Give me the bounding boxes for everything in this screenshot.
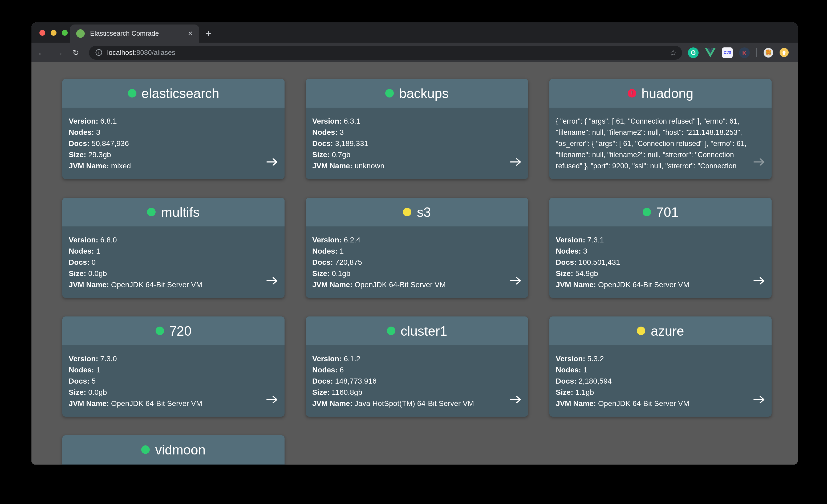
- cluster-card-body: Version: 6.2.4Nodes: 1Docs: 720,875Size:…: [306, 226, 528, 298]
- cluster-stat-jvm: JVM Name: OpenJDK 64-Bit Server VM: [312, 279, 522, 290]
- cluster-card-header: 720: [62, 316, 285, 345]
- cluster-card-s3[interactable]: s3 Version: 6.2.4Nodes: 1Docs: 720,875Si…: [306, 198, 528, 298]
- open-cluster-arrow-icon[interactable]: [753, 395, 765, 404]
- new-tab-button[interactable]: +: [205, 22, 212, 43]
- url-host: localhost: [107, 48, 135, 56]
- stat-label: Nodes:: [312, 128, 338, 136]
- cluster-stat-version: Version: 6.2.4: [312, 235, 522, 246]
- stat-label: JVM Name:: [69, 399, 109, 408]
- url-text: localhost:8080/aliases: [107, 48, 175, 56]
- cluster-card-701[interactable]: 701 Version: 7.3.1Nodes: 3Docs: 100,501,…: [549, 198, 772, 298]
- stat-label: Docs:: [312, 139, 333, 148]
- open-cluster-arrow-icon[interactable]: [509, 158, 522, 166]
- cluster-card-huadong[interactable]: ! huadong { "error": { "args": [ 61, "Co…: [549, 79, 772, 179]
- cluster-card-cluster1[interactable]: cluster1 Version: 6.1.2Nodes: 6Docs: 148…: [306, 316, 528, 417]
- cluster-card-multifs[interactable]: multifs Version: 6.8.0Nodes: 1Docs: 0Siz…: [62, 198, 285, 298]
- cluster-status-icon: [637, 326, 645, 335]
- bookmark-star-icon[interactable]: ☆: [670, 48, 677, 57]
- stat-label: Nodes:: [312, 365, 338, 374]
- stat-label: Version:: [69, 354, 98, 363]
- open-cluster-arrow-icon[interactable]: [509, 395, 522, 404]
- cluster-card-body: { "error": { "args": [ 61, "Connection r…: [549, 108, 772, 179]
- stat-label: JVM Name:: [312, 399, 352, 408]
- cluster-name: azure: [650, 323, 684, 339]
- address-bar[interactable]: localhost:8080/aliases ☆: [89, 46, 682, 59]
- profile-avatar[interactable]: 🍔: [764, 48, 773, 57]
- stat-label: Nodes:: [69, 365, 94, 374]
- stat-label: Size:: [69, 150, 86, 159]
- stat-label: Docs:: [69, 377, 90, 385]
- grammarly-extension-icon[interactable]: G: [688, 47, 698, 58]
- open-cluster-arrow-icon[interactable]: [509, 276, 522, 285]
- stat-label: Docs:: [69, 139, 90, 148]
- browser-update-button[interactable]: [780, 48, 789, 57]
- tab-favicon-icon: [76, 29, 85, 38]
- vue-devtools-extension-icon[interactable]: [705, 47, 716, 58]
- cluster-card-header: vidmoon: [62, 435, 285, 464]
- stat-label: JVM Name:: [312, 161, 352, 170]
- forward-button[interactable]: →: [55, 43, 63, 62]
- aliases-page: elasticsearch Version: 6.8.1Nodes: 3Docs…: [32, 62, 798, 465]
- cluster-stat-size: Size: 1160.8gb: [312, 387, 522, 398]
- stat-label: JVM Name:: [556, 280, 596, 289]
- cluster-stat-jvm: JVM Name: OpenJDK 64-Bit Server VM: [69, 398, 278, 409]
- cluster-stat-version: Version: 6.8.0: [69, 235, 278, 246]
- tab-elasticsearch-comrade[interactable]: Elasticsearch Comrade ✕: [70, 24, 199, 43]
- cluster-card-body: Version: 7.3.0Nodes: 1Docs: 5Size: 0.0gb…: [62, 345, 285, 417]
- cluster-status-icon: [128, 89, 136, 98]
- cluster-card-vidmoon[interactable]: vidmoon: [62, 435, 285, 465]
- stat-label: JVM Name:: [69, 161, 109, 170]
- cluster-stat-size: Size: 0.1gb: [312, 268, 522, 279]
- stat-label: Version:: [312, 236, 342, 244]
- cluster-card-body: Version: 6.8.1Nodes: 3Docs: 50,847,936Si…: [62, 108, 285, 179]
- back-button[interactable]: ←: [37, 43, 46, 62]
- cluster-card-body: Version: 6.1.2Nodes: 6Docs: 148,773,916S…: [306, 345, 528, 417]
- cluster-status-icon: [147, 208, 156, 216]
- stat-label: Nodes:: [312, 247, 338, 255]
- cluster-card-header: multifs: [62, 198, 285, 226]
- stat-label: Version:: [556, 354, 585, 363]
- cluster-name: huadong: [642, 86, 693, 101]
- screenshot-stage: Elasticsearch Comrade ✕ + ← → ↻ localhos…: [0, 0, 827, 504]
- cluster-stat-version: Version: 6.3.1: [312, 116, 522, 127]
- stat-label: Version:: [312, 354, 342, 363]
- cluster-name: s3: [417, 204, 431, 220]
- minimize-window-button[interactable]: [51, 30, 56, 36]
- cluster-stat-version: Version: 6.8.1: [69, 116, 278, 127]
- open-cluster-arrow-icon[interactable]: [266, 395, 278, 404]
- stat-label: Size:: [312, 150, 330, 159]
- browser-toolbar: ← → ↻ localhost:8080/aliases ☆ G: [32, 43, 798, 62]
- cluster-name: 720: [169, 323, 191, 339]
- cluster-stat-docs: Docs: 0: [69, 257, 278, 268]
- cluster-stat-jvm: JVM Name: mixed: [69, 160, 278, 171]
- stat-label: JVM Name:: [312, 280, 352, 289]
- tab-strip: Elasticsearch Comrade ✕ +: [32, 22, 798, 43]
- open-cluster-arrow-icon[interactable]: [266, 158, 278, 166]
- arrow-up-icon: [781, 50, 787, 55]
- cluster-stat-version: Version: 5.3.2: [556, 353, 765, 364]
- cluster-stat-nodes: Nodes: 1: [69, 246, 278, 257]
- k-extension-icon[interactable]: K: [739, 47, 750, 58]
- cluster-card-backups[interactable]: backups Version: 6.3.1Nodes: 3Docs: 3,18…: [306, 79, 528, 179]
- tab-close-icon[interactable]: ✕: [188, 30, 193, 37]
- cluster-status-icon: [387, 326, 395, 335]
- open-cluster-arrow-icon[interactable]: [753, 158, 765, 166]
- close-window-button[interactable]: [39, 30, 45, 36]
- cjs-extension-icon[interactable]: CJS: [722, 47, 733, 58]
- cluster-card-header: azure: [549, 316, 772, 345]
- open-cluster-arrow-icon[interactable]: [753, 276, 765, 285]
- cluster-card-body: Version: 5.3.2Nodes: 1Docs: 2,180,594Siz…: [549, 345, 772, 417]
- cluster-card-720[interactable]: 720 Version: 7.3.0Nodes: 1Docs: 5Size: 0…: [62, 316, 285, 417]
- stat-label: Size:: [69, 388, 86, 396]
- reload-button[interactable]: ↻: [72, 43, 79, 62]
- stat-label: Size:: [312, 388, 330, 396]
- stat-label: Docs:: [556, 377, 577, 385]
- cluster-status-icon: [642, 208, 651, 216]
- stat-label: Docs:: [69, 258, 90, 266]
- cluster-card-elasticsearch[interactable]: elasticsearch Version: 6.8.1Nodes: 3Docs…: [62, 79, 285, 179]
- site-info-icon[interactable]: [95, 49, 102, 56]
- open-cluster-arrow-icon[interactable]: [266, 276, 278, 285]
- browser-window: Elasticsearch Comrade ✕ + ← → ↻ localhos…: [32, 22, 798, 465]
- cluster-card-azure[interactable]: azure Version: 5.3.2Nodes: 1Docs: 2,180,…: [549, 316, 772, 417]
- zoom-window-button[interactable]: [62, 30, 68, 36]
